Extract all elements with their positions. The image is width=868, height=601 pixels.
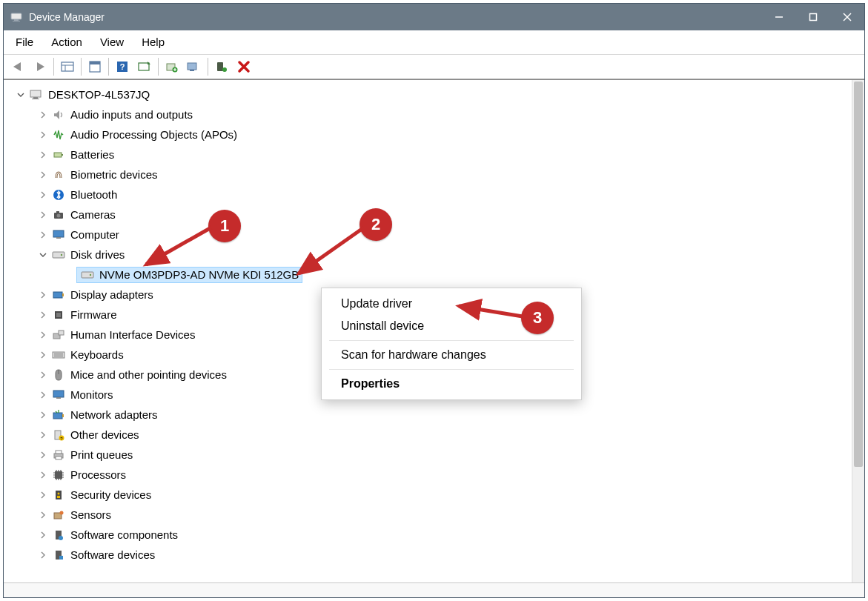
caret-right-icon[interactable] <box>38 430 48 440</box>
tree-category-audio-io[interactable]: Audio inputs and outputs <box>8 104 852 124</box>
svg-rect-11 <box>90 62 100 64</box>
tree-category-disk-drives[interactable]: Disk drives <box>8 245 852 265</box>
svg-rect-37 <box>62 293 64 296</box>
tree-item-label: Print queues <box>70 448 133 461</box>
tree-item-label: Other devices <box>70 428 139 441</box>
device-manager-icon <box>10 10 23 24</box>
tree-item-label: Disk drives <box>70 248 125 261</box>
toolbar-separator <box>108 58 109 76</box>
svg-rect-17 <box>188 63 196 70</box>
svg-rect-18 <box>190 70 194 71</box>
caret-right-icon[interactable] <box>38 450 48 460</box>
show-hidden-devices-button[interactable] <box>56 56 79 77</box>
tree-category-network[interactable]: Network adapters <box>8 405 852 425</box>
caret-right-icon[interactable] <box>38 310 48 320</box>
caret-right-icon[interactable] <box>38 410 48 420</box>
scan-hardware-toolbar-button[interactable] <box>133 56 156 77</box>
enable-device-toolbar-button[interactable] <box>211 56 233 77</box>
caret-right-icon[interactable] <box>38 530 48 540</box>
disable-device-toolbar-button[interactable] <box>233 56 255 77</box>
menu-action[interactable]: Action <box>42 33 91 51</box>
caret-right-icon[interactable] <box>38 190 48 200</box>
close-button[interactable] <box>830 4 864 30</box>
toolbar: ? <box>4 54 864 79</box>
update-driver-toolbar-button[interactable] <box>161 56 183 77</box>
tree-category-computer[interactable]: Computer <box>8 225 852 245</box>
maximize-button[interactable] <box>796 4 830 30</box>
caret-right-icon[interactable] <box>38 110 48 120</box>
tree-category-bluetooth[interactable]: Bluetooth <box>8 185 852 205</box>
caret-right-icon[interactable] <box>38 230 48 240</box>
disk-drive-icon <box>51 248 66 262</box>
sensor-icon <box>51 508 66 522</box>
titlebar: Device Manager <box>4 4 864 30</box>
tree-category-software-devices[interactable]: Software devices <box>8 545 852 565</box>
caret-down-icon[interactable] <box>16 90 26 100</box>
svg-rect-31 <box>56 237 61 239</box>
caret-right-icon[interactable] <box>38 170 48 180</box>
caret-right-icon[interactable] <box>38 550 48 560</box>
svg-rect-25 <box>62 154 63 156</box>
tree-item-label: Sensors <box>70 508 111 521</box>
svg-rect-30 <box>53 230 64 237</box>
menu-view[interactable]: View <box>91 33 133 51</box>
unknown-device-icon: ? <box>51 428 66 442</box>
caret-right-icon[interactable] <box>38 130 48 140</box>
tree-item-label: Computer <box>70 228 119 241</box>
caret-right-icon[interactable] <box>38 390 48 400</box>
tree-device-nvme-disk[interactable]: NVMe OM3PDP3-AD NVMe KDI 512GB <box>8 265 852 285</box>
tree-category-other-devices[interactable]: ? Other devices <box>8 425 852 445</box>
toolbar-separator <box>53 58 54 76</box>
uninstall-device-toolbar-button[interactable] <box>183 56 205 77</box>
window-title: Device Manager <box>29 11 105 23</box>
svg-rect-66 <box>59 556 63 560</box>
monitor-icon <box>51 228 66 242</box>
tree-item-label: Network adapters <box>70 408 158 421</box>
caret-right-icon[interactable] <box>38 150 48 160</box>
tree-category-batteries[interactable]: Batteries <box>8 145 852 165</box>
tree-category-apos[interactable]: Audio Processing Objects (APOs) <box>8 124 852 145</box>
menu-help[interactable]: Help <box>133 33 173 51</box>
properties-toolbar-button[interactable] <box>84 56 106 77</box>
scrollbar-thumb[interactable] <box>854 82 863 467</box>
context-properties[interactable]: Properties <box>322 373 581 395</box>
svg-rect-29 <box>56 211 59 213</box>
caret-right-icon[interactable] <box>38 330 48 340</box>
caret-right-icon[interactable] <box>38 370 48 380</box>
forward-button[interactable] <box>29 56 51 77</box>
caret-right-icon[interactable] <box>38 470 48 480</box>
tree-category-print-queues[interactable]: Print queues <box>8 445 852 465</box>
context-scan-hardware[interactable]: Scan for hardware changes <box>322 344 581 366</box>
help-toolbar-button[interactable]: ? <box>111 56 133 77</box>
tree-category-processors[interactable]: Processors <box>8 465 852 485</box>
svg-rect-41 <box>59 331 64 335</box>
svg-rect-2 <box>13 21 20 21</box>
computer-icon <box>29 88 44 102</box>
tree-root-label: DESKTOP-4L537JQ <box>48 88 150 101</box>
svg-point-35 <box>90 273 91 275</box>
svg-rect-36 <box>53 292 62 298</box>
caret-down-icon[interactable] <box>38 250 48 260</box>
vertical-scrollbar[interactable] <box>852 80 864 582</box>
svg-rect-34 <box>82 272 93 278</box>
tree-root[interactable]: DESKTOP-4L537JQ <box>8 84 852 104</box>
tree-category-software-components[interactable]: Software components <box>8 525 852 545</box>
tree-category-cameras[interactable]: Cameras <box>8 205 852 225</box>
caret-right-icon[interactable] <box>38 290 48 300</box>
caret-right-icon[interactable] <box>38 490 48 500</box>
caret-right-icon[interactable] <box>38 510 48 520</box>
context-separator <box>329 369 574 370</box>
tree-category-biometric[interactable]: Biometric devices <box>8 165 852 185</box>
svg-rect-21 <box>30 90 41 97</box>
context-separator <box>329 340 574 341</box>
minimize-button[interactable] <box>762 4 796 30</box>
svg-rect-7 <box>62 62 73 71</box>
tree-category-sensors[interactable]: Sensors <box>8 505 852 525</box>
svg-text:?: ? <box>120 62 125 71</box>
caret-right-icon[interactable] <box>38 210 48 220</box>
selected-device: NVMe OM3PDP3-AD NVMe KDI 512GB <box>76 267 302 283</box>
tree-category-security-devices[interactable]: Security devices <box>8 485 852 505</box>
back-button[interactable] <box>7 56 29 77</box>
caret-right-icon[interactable] <box>38 350 48 360</box>
menu-file[interactable]: File <box>7 33 42 51</box>
